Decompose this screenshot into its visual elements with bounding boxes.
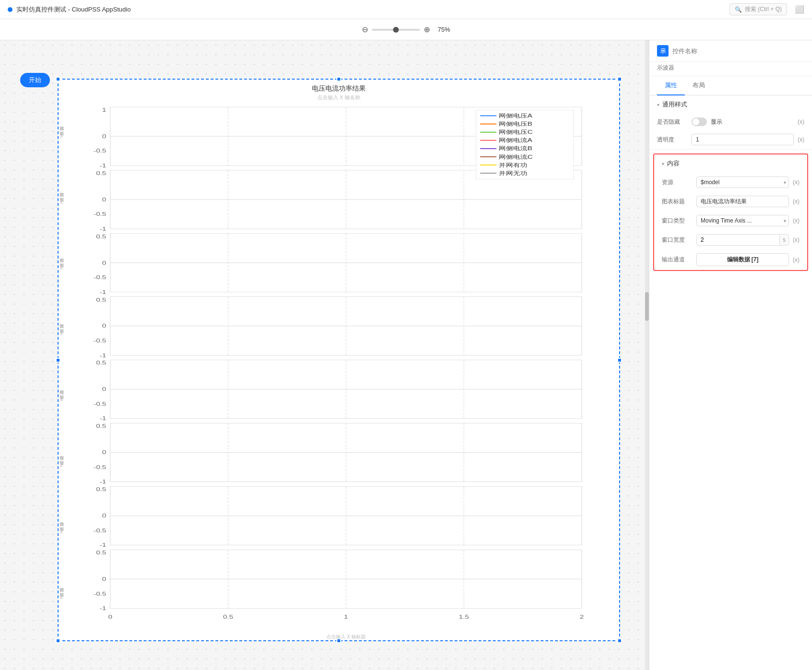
svg-text:-0.5: -0.5 [94,528,106,533]
zoom-in-button[interactable]: ⊕ [424,25,430,34]
scrollbar-thumb[interactable] [645,292,649,321]
window-type-select-wrapper: Moving Time Axis ... ▾ [696,215,789,226]
app-title: 实时仿真控件测试 - CloudPSS AppStudio [16,5,131,14]
output-channel-control: 编辑数据 [7] [696,253,789,266]
chart-title-label: 图表标题 [662,198,693,206]
tab-layout[interactable]: 布局 [685,76,713,95]
opacity-input[interactable] [692,134,794,145]
edit-data-button[interactable]: 编辑数据 [7] [696,253,789,266]
content-section-highlighted: ▾ 内容 资源 $model ▾ (x) [653,153,808,271]
chart-click-x-label[interactable]: 点击输入 X 轴名称 [63,94,614,101]
y-label-4: 点击输入 Y 轴标题 [59,332,73,337]
chart-legend: 网侧电压A 网侧电压B 网侧电压C 网侧电流A 网侧电流B 网侧电流C [476,110,573,179]
svg-text:1: 1 [102,107,106,113]
opacity-x[interactable]: (x) [798,136,804,143]
svg-text:0: 0 [102,260,106,266]
svg-text:-1: -1 [100,289,107,295]
window-type-control: Moving Time Axis ... ▾ [696,215,789,226]
scrollbar-track[interactable] [645,40,649,670]
visibility-row: 是否隐藏 显示 (x) [649,114,812,130]
search-icon: 🔍 [735,6,742,13]
visibility-value: 显示 [711,118,722,126]
y-label-1: 点击输入 Y 轴标题 [59,134,73,140]
window-width-input-group: s [696,234,789,246]
svg-text:网侧电压B: 网侧电压B [499,121,532,127]
handle-top-right[interactable] [617,77,622,82]
chart-title: 电压电流功率结果 [63,84,614,93]
svg-text:-1: -1 [100,163,107,168]
y-label-6: 点击输入 Y 轴标题 [59,464,73,469]
visibility-toggle[interactable] [692,118,707,126]
svg-text:0: 0 [102,449,106,455]
svg-text:0.5: 0.5 [223,614,233,620]
window-width-input[interactable] [697,235,779,245]
svg-text:0.5: 0.5 [96,170,106,176]
tab-properties[interactable]: 属性 [657,76,685,95]
edit-data-label: 编辑数据 [7] [727,256,759,263]
output-channel-x[interactable]: (x) [793,257,800,263]
source-select[interactable]: $model [696,176,789,188]
right-panel: 示 示波器 属性 布局 ▾ 通用样式 是否隐藏 [649,40,812,670]
search-placeholder: 搜索 (Ctrl + Q) [745,5,782,13]
svg-text:0: 0 [102,386,106,392]
source-select-wrapper: $model ▾ [696,176,789,188]
source-label: 资源 [662,178,693,187]
svg-text:并网无功: 并网无功 [499,170,527,176]
title-bar-left: 实时仿真控件测试 - CloudPSS AppStudio [8,5,131,14]
window-width-x[interactable]: (x) [793,236,800,243]
svg-text:0.5: 0.5 [96,297,106,303]
window-width-unit: s [779,235,788,245]
svg-text:网侧电流B: 网侧电流B [499,146,532,152]
canvas-area[interactable]: 开始 电压电流功率结果 点击输入 X 轴名称 点击输入 Y 轴标题 [0,40,649,670]
svg-text:-0.5: -0.5 [94,338,106,343]
svg-text:-1: -1 [100,226,107,232]
zoom-slider-thumb [393,27,399,33]
component-name-input[interactable] [672,47,804,55]
opacity-control [692,134,794,145]
svg-text:网侧电压C: 网侧电压C [499,129,533,135]
visibility-label: 是否隐藏 [657,118,688,126]
y-label-8: 点击输入 Y 轴标题 [59,596,73,601]
svg-text:-0.5: -0.5 [94,591,106,597]
zoom-out-button[interactable]: ⊖ [362,25,368,34]
chart-svg-container: 1 0 -0.5 -1 [78,104,614,631]
window-type-select[interactable]: Moving Time Axis ... [696,215,789,226]
handle-bottom-left[interactable] [56,638,60,643]
window-type-x[interactable]: (x) [793,217,800,224]
svg-text:网侧电压A: 网侧电压A [499,113,532,118]
widget-container[interactable]: 电压电流功率结果 点击输入 X 轴名称 点击输入 Y 轴标题 点击输入 Y 轴标… [58,79,620,641]
handle-top-left[interactable] [56,77,60,82]
svg-text:0: 0 [102,576,106,582]
x-axis-footer[interactable]: 点击输入 X 轴标题 [78,634,614,640]
source-row: 资源 $model ▾ (x) [654,173,807,192]
svg-text:1.5: 1.5 [459,614,469,620]
section-label-content: 内容 [667,159,680,168]
chart-title-x[interactable]: (x) [793,198,800,205]
toggle-thumb [693,118,699,125]
section-header-common[interactable]: ▾ 通用样式 [649,95,812,114]
handle-top-center[interactable] [336,77,341,82]
opacity-label: 透明度 [657,136,688,144]
title-bar-right: 🔍 搜索 (Ctrl + Q) ⬜ [729,3,804,15]
svg-text:-0.5: -0.5 [94,464,106,470]
panel-icon-label: 示 [660,47,666,55]
search-box[interactable]: 🔍 搜索 (Ctrl + Q) [729,3,787,15]
svg-text:并网有功: 并网有功 [499,162,527,168]
window-width-label: 窗口宽度 [662,236,693,244]
main-layout: 开始 电压电流功率结果 点击输入 X 轴名称 点击输入 Y 轴标题 [0,40,812,670]
chevron-down-content-icon: ▾ [662,161,664,166]
svg-text:-0.5: -0.5 [94,148,106,153]
maximize-button[interactable]: ⬜ [795,5,804,14]
chart-title-control [696,196,789,207]
svg-text:-0.5: -0.5 [94,274,106,280]
handle-bottom-right[interactable] [617,638,622,643]
start-button[interactable]: 开始 [20,73,50,87]
section-header-content[interactable]: ▾ 内容 [654,154,807,173]
window-type-label: 窗口类型 [662,217,693,225]
output-channel-row: 输出通道 编辑数据 [7] (x) [654,249,807,270]
zoom-slider[interactable] [372,29,420,31]
chart-title-input[interactable] [696,196,789,207]
handle-middle-right[interactable] [617,358,622,363]
visibility-x[interactable]: (x) [798,118,804,125]
source-x[interactable]: (x) [793,179,800,186]
